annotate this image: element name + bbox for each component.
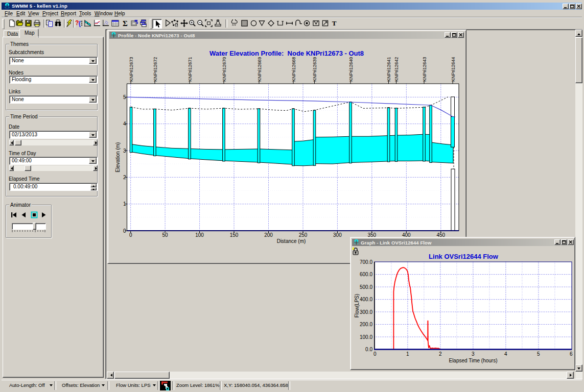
svg-text:Distance (m): Distance (m)	[277, 238, 306, 244]
svg-text:400.0: 400.0	[360, 297, 372, 302]
svg-text:Water Elevation Profile: Node: Water Elevation Profile: Node KNPri12673…	[209, 50, 364, 57]
svg-text:KNPri12642: KNPri12642	[394, 57, 399, 82]
svg-text:KNPri12668: KNPri12668	[291, 57, 296, 82]
svg-text:KNPri12669: KNPri12669	[257, 57, 262, 82]
svg-text:Link OVSri12644 Flow: Link OVSri12644 Flow	[429, 253, 499, 260]
svg-text:Elevation (m): Elevation (m)	[115, 142, 121, 173]
svg-text:100.0: 100.0	[360, 334, 372, 340]
svg-text:1: 1	[123, 201, 126, 207]
svg-text:200: 200	[264, 232, 273, 238]
svg-text:3: 3	[123, 148, 126, 154]
svg-text:700.0: 700.0	[360, 259, 372, 265]
svg-text:150: 150	[230, 232, 239, 238]
svg-text:50: 50	[162, 232, 169, 238]
svg-text:0: 0	[123, 228, 126, 234]
svg-text:Σ: Σ	[123, 19, 128, 27]
svg-text:300.0: 300.0	[360, 309, 372, 315]
svg-text:KNPri12640: KNPri12640	[348, 57, 354, 82]
svg-text:1: 1	[406, 351, 409, 357]
svg-text:KNPri12644: KNPri12644	[451, 57, 456, 82]
svg-text:KNPri12641: KNPri12641	[386, 57, 391, 82]
svg-text:KNPri12670: KNPri12670	[222, 57, 227, 82]
svg-text:KNPri12671: KNPri12671	[188, 57, 193, 82]
svg-text:T: T	[332, 19, 337, 27]
svg-text:0: 0	[129, 232, 132, 238]
svg-text:4: 4	[123, 121, 126, 127]
svg-text:5: 5	[123, 94, 126, 100]
svg-text:3: 3	[472, 351, 475, 357]
svg-text:6: 6	[570, 351, 573, 357]
svg-text:600.0: 600.0	[360, 272, 372, 277]
svg-text:300: 300	[333, 232, 342, 238]
svg-text:2: 2	[123, 175, 126, 180]
svg-text:KNPri12643: KNPri12643	[422, 57, 427, 82]
svg-text:KNPri12673: KNPri12673	[129, 57, 134, 82]
svg-text:500.0: 500.0	[360, 284, 372, 290]
svg-text:Elapsed Time (hours): Elapsed Time (hours)	[449, 358, 497, 363]
svg-text:0.0: 0.0	[365, 347, 372, 352]
svg-text:Flow(LPS): Flow(LPS)	[354, 294, 360, 318]
svg-text:KNPri12672: KNPri12672	[153, 57, 158, 82]
svg-text:{: {	[79, 20, 81, 27]
svg-text:0: 0	[373, 351, 377, 357]
svg-text:2: 2	[439, 351, 442, 357]
svg-text:200.0: 200.0	[360, 322, 372, 327]
svg-text:4: 4	[504, 351, 507, 357]
svg-text:250: 250	[299, 232, 308, 238]
svg-text:KNPri12639: KNPri12639	[312, 57, 317, 82]
svg-text:5: 5	[537, 351, 540, 357]
svg-text:100: 100	[195, 232, 204, 238]
